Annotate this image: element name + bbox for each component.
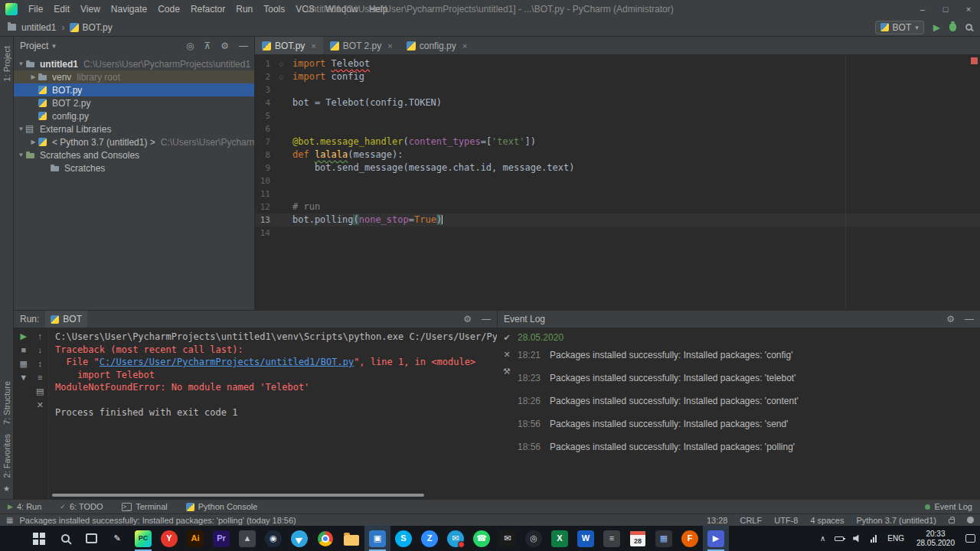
code-line-3[interactable]: 3 (255, 83, 980, 96)
close-tab-icon[interactable]: × (462, 41, 467, 51)
toolwindow-python-console[interactable]: Python Console (186, 502, 258, 511)
tree-row-venv[interactable]: ▶venvlibrary root (14, 70, 254, 83)
telegram-app[interactable]: ▶ (286, 526, 312, 551)
maximize-button[interactable]: □ (934, 0, 957, 18)
tree-row-untitled1[interactable]: ▼untitled1C:\Users\User\PycharmProjects\… (14, 57, 254, 70)
breadcrumb-project[interactable]: untitled1 (21, 22, 56, 33)
hector-inspection-icon[interactable] (967, 517, 974, 523)
code-line-12[interactable]: 12# run (255, 201, 980, 214)
editor-body[interactable]: 1○import Telebot2○import config34bot = T… (255, 55, 980, 310)
tree-row-bot-2-py[interactable]: BOT 2.py (14, 96, 254, 109)
tree-row-scratches-and-consoles[interactable]: ▼Scratches and Consoles (14, 148, 254, 161)
down-stack-trace-icon[interactable]: ↓ (38, 346, 43, 354)
pin-tab-icon[interactable]: ▼ (19, 373, 28, 382)
code-line-4[interactable]: 4bot = Telebot(config.TOKEN) (255, 96, 980, 109)
console-output[interactable]: C:\Users\User\PycharmProjects\untitled1\… (49, 328, 497, 499)
tab-config-py[interactable]: config.py × (400, 37, 474, 54)
calendar-app[interactable]: 28 (625, 526, 651, 551)
toolwindow-todo[interactable]: ✓6: TODO (60, 502, 103, 511)
print-icon[interactable]: ▤ (36, 387, 44, 396)
yandex-browser-app[interactable]: Y (156, 526, 182, 551)
debug-bug-icon[interactable] (949, 23, 956, 31)
whatsapp-app[interactable]: ☎ (469, 526, 495, 551)
toolwindow-switcher-icon[interactable]: ▦ (6, 516, 13, 524)
tree-row-external-libraries[interactable]: ▼External Libraries (14, 122, 254, 135)
eventlog-settings-gear-icon[interactable]: ⚙ (946, 315, 955, 324)
premiere-app[interactable]: Pr (208, 526, 234, 551)
tab-bot-py[interactable]: BOT.py × (255, 37, 323, 54)
firefox-app[interactable]: F (677, 526, 703, 551)
pycharm-app[interactable]: PC (130, 526, 156, 551)
menu-window[interactable]: Window (320, 0, 364, 18)
rerun-button[interactable]: ▶ (21, 332, 27, 341)
event-log-entry-2[interactable]: 18:23Packages installed successfully: In… (518, 373, 980, 383)
event-log-entry-4[interactable]: 18:56Packages installed successfully: In… (518, 419, 980, 429)
tree-row-config-py[interactable]: config.py (14, 109, 254, 122)
code-line-14[interactable]: 14 (255, 227, 980, 240)
menu-vcs[interactable]: VCS (290, 0, 320, 18)
stop-button[interactable]: ■ (21, 346, 26, 354)
tree-row-python-3-7-untitled1[interactable]: ▶< Python 3.7 (untitled1) >C:\Users\User… (14, 135, 254, 148)
tool-strip-favorites[interactable]: 2: Favorites (2, 434, 11, 478)
console-line-1[interactable]: C:\Users\User\PycharmProjects\untitled1\… (55, 331, 491, 344)
obs-app[interactable]: ◎ (521, 526, 547, 551)
code-line-6[interactable]: 6 (255, 122, 980, 135)
breadcrumb-file[interactable]: BOT.py (82, 22, 112, 33)
network-icon[interactable] (866, 526, 881, 551)
menu-navigate[interactable]: Navigate (106, 0, 152, 18)
steam-app[interactable]: ◉ (260, 526, 286, 551)
minimize-button[interactable]: – (911, 0, 934, 18)
console-line-7[interactable]: Process finished with exit code 1 (55, 406, 491, 419)
toolwindow-terminal[interactable]: >_Terminal (122, 502, 168, 511)
mark-all-read-icon[interactable]: ✔ (503, 334, 510, 342)
console-file-link[interactable]: C:/Users/User/PycharmProjects/untitled1/… (100, 357, 354, 367)
task-view-button[interactable] (78, 526, 104, 551)
menu-tools[interactable]: Tools (258, 0, 290, 18)
clear-log-icon[interactable]: ✕ (503, 350, 510, 359)
hide-run-panel-icon[interactable]: — (482, 315, 491, 324)
volume-icon[interactable] (848, 526, 866, 551)
code-line-1[interactable]: 1○import Telebot (255, 57, 980, 70)
menu-edit[interactable]: Edit (48, 0, 75, 18)
encoding[interactable]: UTF-8 (774, 516, 798, 525)
event-log-entry-1[interactable]: 18:21Packages installed successfully: In… (518, 350, 980, 360)
search-everywhere-icon[interactable] (965, 24, 972, 31)
expand-all-icon[interactable]: ↕ (38, 360, 43, 368)
collapse-all-icon[interactable]: ⊼ (204, 41, 211, 51)
code-line-8[interactable]: 8def lalala(message): (255, 148, 980, 161)
photos-app[interactable]: ▣ (364, 526, 390, 551)
tree-row-bot-py[interactable]: BOT.py (14, 83, 254, 96)
up-stack-trace-icon[interactable]: ↑ (38, 332, 43, 341)
console-line-5[interactable]: ModuleNotFoundError: No module named 'Te… (55, 381, 491, 394)
tool-strip-structure[interactable]: 7: Structure (2, 381, 11, 425)
run-button[interactable]: ▶ (933, 22, 940, 33)
mail-app[interactable]: ✉ (495, 526, 521, 551)
readonly-lock-icon[interactable] (949, 519, 955, 523)
excel-app[interactable]: X (547, 526, 573, 551)
menu-view[interactable]: View (75, 0, 106, 18)
run-settings-gear-icon[interactable]: ⚙ (463, 315, 472, 324)
menu-file[interactable]: File (23, 0, 48, 18)
battery-icon[interactable] (830, 526, 848, 551)
indent-style[interactable]: 4 spaces (810, 516, 844, 525)
cursor-position[interactable]: 13:28 (707, 516, 728, 525)
clear-console-icon[interactable]: ✕ (37, 401, 44, 409)
messenger-app[interactable]: ✉ (443, 526, 469, 551)
restore-layout-icon[interactable]: ▦ (20, 360, 28, 368)
tree-row-scratches[interactable]: Scratches (14, 161, 254, 174)
hidden-icons-chevron[interactable]: ∧ (815, 526, 830, 551)
calculator-app[interactable]: ▦ (651, 526, 677, 551)
code-line-7[interactable]: 7@bot.message_handler(content_types=['te… (255, 135, 980, 148)
console-line-6[interactable] (55, 394, 491, 407)
media-app[interactable]: ▶ (703, 526, 729, 551)
locate-file-icon[interactable]: ◎ (186, 41, 194, 51)
log-settings-wrench-icon[interactable]: ⚒ (503, 367, 511, 376)
event-log-title[interactable]: Event Log (504, 314, 545, 324)
menu-refactor[interactable]: Refactor (185, 0, 230, 18)
event-log-entry-5[interactable]: 18:56Packages installed successfully: In… (518, 442, 980, 452)
interpreter[interactable]: Python 3.7 (untitled1) (856, 516, 936, 525)
menu-help[interactable]: Help (364, 0, 394, 18)
console-line-3[interactable]: File "C:/Users/User/PycharmProjects/unti… (55, 356, 491, 369)
file-explorer-app[interactable] (338, 526, 364, 551)
code-line-10[interactable]: 10 (255, 174, 980, 187)
